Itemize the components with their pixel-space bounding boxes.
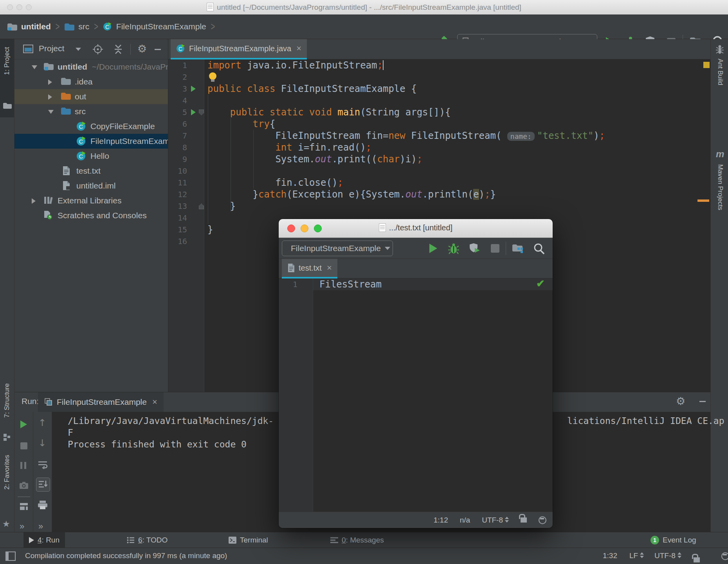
- tool-window-button-run[interactable]: 4: Run: [23, 532, 65, 548]
- soft-wrap-icon[interactable]: [38, 460, 48, 469]
- chevron-right-icon[interactable]: [48, 79, 52, 85]
- up-stacktrace-icon[interactable]: ↑: [38, 417, 46, 428]
- tool-window-button-todo[interactable]: 6: TODO: [121, 532, 173, 548]
- code-token: ;: [599, 130, 605, 141]
- run-line-marker-icon[interactable]: [191, 86, 196, 92]
- caret-position[interactable]: 1:32: [603, 551, 617, 560]
- tree-item-external-libraries[interactable]: External Libraries: [14, 193, 168, 208]
- code-token: public static void: [230, 107, 332, 118]
- tool-window-toggle-icon[interactable]: [5, 551, 16, 561]
- encoding-selector[interactable]: UTF-8: [482, 516, 509, 524]
- run-with-coverage-button[interactable]: [469, 242, 481, 254]
- search-everywhere-button[interactable]: [533, 242, 546, 255]
- tool-button-ant-build[interactable]: Ant Build: [712, 43, 728, 113]
- unlocked-icon[interactable]: [694, 557, 700, 562]
- tool-button-favorites[interactable]: 2: Favorites ★: [0, 452, 14, 530]
- gear-icon[interactable]: ⚙: [676, 396, 685, 406]
- analysis-ok-check-icon: ✔: [536, 278, 545, 290]
- close-icon[interactable]: ×: [296, 43, 301, 54]
- close-icon[interactable]: ×: [152, 397, 157, 407]
- close-icon[interactable]: ×: [327, 263, 332, 273]
- debug-button[interactable]: [448, 242, 460, 254]
- run-configuration-select[interactable]: FileInputStreamExample: [282, 241, 393, 256]
- encoding-selector[interactable]: UTF-8: [654, 551, 681, 560]
- tree-item-untitled-iml[interactable]: untitled.iml: [14, 178, 168, 193]
- chevron-down-icon[interactable]: [32, 65, 37, 69]
- collapse-all-icon[interactable]: [113, 44, 123, 54]
- error-stripe-warning-marker[interactable]: [703, 62, 710, 68]
- chevron-right-icon[interactable]: [32, 198, 36, 204]
- tree-item-label: out: [75, 92, 86, 101]
- indent: [207, 119, 253, 129]
- inspections-profile-icon[interactable]: [721, 552, 728, 560]
- project-panel-title[interactable]: Project: [39, 44, 64, 53]
- tool-window-button-messages[interactable]: 0: Messages: [325, 532, 389, 548]
- down-stacktrace-icon[interactable]: ↓: [38, 438, 46, 449]
- code-token: i=fin.read(): [292, 142, 366, 153]
- more-actions-icon[interactable]: »: [38, 521, 42, 532]
- line-separator[interactable]: n/a: [460, 516, 470, 524]
- tree-item-hello[interactable]: CHello: [14, 149, 168, 163]
- run-button[interactable]: [429, 244, 437, 253]
- editor-tab-label: test.txt: [299, 264, 322, 273]
- code-token: FileInputStream(: [405, 130, 507, 141]
- editor-tab-fileinputstreamexample[interactable]: C FileInputStreamExample.java ×: [171, 39, 307, 59]
- code-token: }: [230, 201, 236, 212]
- indent: [207, 130, 275, 141]
- run-line-marker-icon[interactable]: [191, 109, 196, 115]
- floating-status-bar: 1:12 n/a UTF-8: [279, 512, 553, 528]
- project-structure-button[interactable]: [512, 243, 524, 254]
- status-message[interactable]: Compilation completed successfully in 99…: [25, 551, 227, 560]
- tool-button-project[interactable]: 1: Project: [0, 39, 14, 117]
- caret-position[interactable]: 1:12: [434, 516, 448, 524]
- stop-button[interactable]: [491, 244, 499, 253]
- tool-window-button-event-log[interactable]: 1 Event Log: [645, 532, 702, 548]
- code-token: java.io.FileInputStream: [241, 60, 377, 71]
- stop-button[interactable]: [20, 442, 27, 449]
- tree-item-test-txt[interactable]: test.txt: [14, 163, 168, 178]
- pause-button[interactable]: [20, 462, 26, 471]
- thread-dump-camera-icon[interactable]: [19, 481, 29, 489]
- error-stripe-caret-marker[interactable]: [697, 199, 709, 202]
- intention-bulb-icon[interactable]: [209, 72, 216, 80]
- editor-tab-test-txt[interactable]: test.txt ×: [282, 259, 337, 278]
- tree-item-idea[interactable]: .idea: [14, 74, 168, 89]
- unlocked-icon[interactable]: [521, 517, 527, 523]
- run-tab[interactable]: FileInputStreamExample ×: [38, 392, 164, 412]
- tree-item-copyfileexample[interactable]: CCopyFileExample: [14, 119, 168, 134]
- chevron-down-icon[interactable]: [76, 48, 81, 51]
- locate-file-icon[interactable]: [93, 44, 103, 54]
- tree-item-fileinputstreamexample[interactable]: CFileInputStreamExample: [14, 134, 168, 149]
- tree-item-untitled[interactable]: untitled~/Documents/JavaPrograms: [14, 59, 168, 74]
- breadcrumb-project[interactable]: untitled: [21, 22, 51, 31]
- tree-item-out[interactable]: out: [14, 89, 168, 104]
- print-icon[interactable]: [38, 500, 48, 510]
- tool-window-button-terminal[interactable]: Terminal: [223, 532, 274, 548]
- code-token: )i): [400, 154, 416, 165]
- breadcrumb-class[interactable]: FileInputStreamExample: [116, 22, 206, 31]
- line-number: 14: [168, 212, 187, 224]
- text-editor[interactable]: 1 ✔ FilesStream: [279, 278, 553, 512]
- tree-item-src[interactable]: src: [14, 104, 168, 119]
- hide-panel-icon[interactable]: [155, 49, 161, 50]
- messages-icon: [330, 537, 338, 543]
- floating-window-test-txt[interactable]: .../test.txt [untitled] FileInputStreamE…: [279, 219, 553, 528]
- breadcrumb-src[interactable]: src: [78, 22, 89, 31]
- tool-button-maven-projects[interactable]: m Maven Projects: [712, 149, 728, 250]
- scroll-to-end-toggle[interactable]: [36, 478, 50, 492]
- project-tool-window: Project ⚙ untitled~/Documents/JavaProgra…: [14, 39, 168, 392]
- rerun-button[interactable]: [20, 420, 27, 428]
- line-separator-selector[interactable]: LF: [629, 551, 644, 560]
- tree-item-scratches-and-consoles[interactable]: Scratches and Consoles: [14, 208, 168, 223]
- chevron-down-icon[interactable]: [48, 110, 54, 114]
- more-actions-icon[interactable]: »: [20, 521, 23, 532]
- restore-layout-icon[interactable]: [20, 503, 28, 510]
- chevron-right-icon[interactable]: [48, 94, 52, 100]
- hide-panel-icon[interactable]: [699, 401, 706, 402]
- tree-item-label: External Libraries: [58, 196, 121, 205]
- line-number: 15: [168, 224, 187, 235]
- updown-icon: [678, 552, 681, 558]
- gear-icon[interactable]: ⚙: [137, 43, 147, 54]
- inspections-profile-icon[interactable]: [539, 516, 546, 524]
- tool-button-structure[interactable]: 7: Structure: [0, 379, 14, 450]
